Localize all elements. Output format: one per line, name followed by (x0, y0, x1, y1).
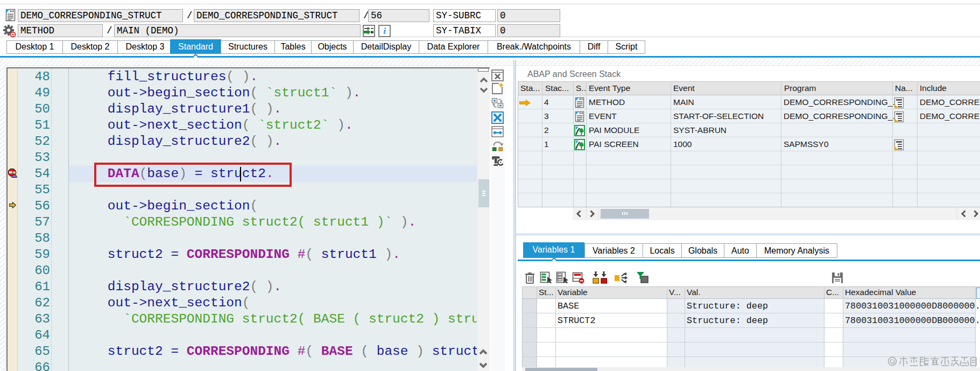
svg-text:i: i (383, 26, 386, 36)
